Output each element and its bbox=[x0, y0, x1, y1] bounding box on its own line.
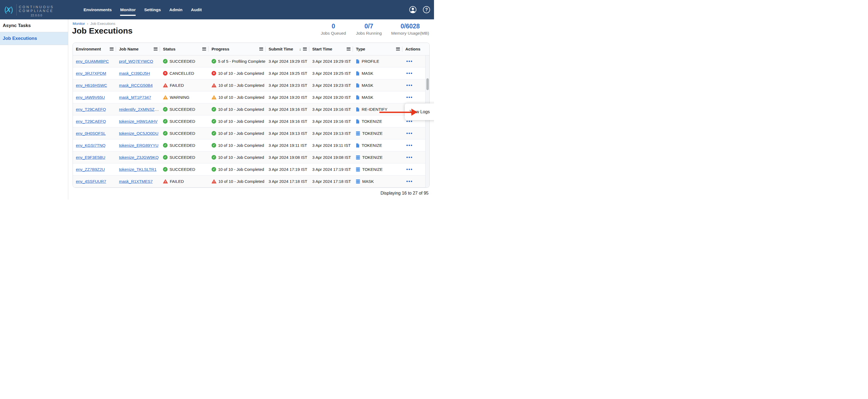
environment-link[interactable]: env_T29CAEFQ bbox=[76, 119, 106, 124]
brand: (X) CONTINUOUS COMPLIANCE 22.0.0.0 bbox=[0, 0, 54, 19]
environment-link[interactable]: env_ZZ7B9Z2U bbox=[76, 167, 105, 172]
sidebar-item-job-executions[interactable]: Job Executions bbox=[0, 32, 68, 45]
job-name-link[interactable]: mask_MT1P7347 bbox=[119, 95, 151, 100]
job-name-link[interactable]: mask_RCCG50B4 bbox=[119, 83, 153, 88]
progress-text: 10 of 10 - Job Completed bbox=[218, 167, 264, 172]
row-actions-button[interactable] bbox=[405, 95, 413, 100]
row-actions-button[interactable] bbox=[405, 131, 413, 135]
delphix-logo-icon: (X) bbox=[2, 5, 15, 14]
job-name-link[interactable]: tokenize_ERG89YYU bbox=[119, 143, 158, 148]
row-actions-button[interactable] bbox=[405, 71, 413, 75]
row-actions-button[interactable] bbox=[405, 155, 413, 160]
truncation-ellipsis: … bbox=[155, 107, 159, 112]
vertical-scrollbar[interactable] bbox=[425, 55, 429, 187]
row-actions-button[interactable] bbox=[405, 143, 413, 148]
environment-link[interactable]: env_GUAMMBPC bbox=[76, 59, 109, 64]
row-actions-button[interactable] bbox=[405, 179, 413, 184]
environment-link[interactable]: env_0H0SOFSL bbox=[76, 131, 105, 135]
stat-label: Jobs Running bbox=[356, 31, 382, 36]
environment-cell: env_T29CAEFQ bbox=[73, 116, 116, 127]
nav-item-settings[interactable]: Settings bbox=[144, 6, 161, 13]
progress-text: 10 of 10 - Job Completed bbox=[218, 131, 264, 135]
sidebar-item-async-tasks[interactable]: Async Tasks bbox=[0, 19, 68, 32]
environment-link[interactable]: env_T29CAEFQ bbox=[76, 107, 106, 112]
job-name-link[interactable]: tokenize_TKLSLTR1 bbox=[119, 167, 156, 172]
breadcrumb-monitor-link[interactable]: Monitor bbox=[72, 22, 85, 26]
progress-cell: 10 of 10 - Job Completed bbox=[209, 91, 266, 103]
column-header-status: Status bbox=[160, 43, 209, 55]
environment-link[interactable]: env_KGSI7TNQ bbox=[76, 143, 105, 148]
column-menu-icon[interactable] bbox=[347, 48, 350, 51]
start-time-cell: 3 Apr 2024 19:16 IST bbox=[309, 103, 353, 115]
progress-text: 10 of 10 - Job Completed bbox=[218, 71, 264, 75]
status-text: SUCCEEDED bbox=[169, 143, 195, 148]
submit-time-cell: 3 Apr 2024 19:16 IST bbox=[266, 116, 309, 127]
status-text: SUCCEEDED bbox=[169, 107, 195, 112]
type-label: TOKENIZE bbox=[362, 167, 383, 172]
status-text: FAILED bbox=[170, 179, 184, 184]
view-logs-menu-item[interactable]: View Logs bbox=[405, 110, 434, 114]
stat-jobs-running: 0/7Jobs Running bbox=[356, 23, 382, 36]
status-text: SUCCEEDED bbox=[169, 119, 195, 124]
column-menu-icon[interactable] bbox=[259, 48, 263, 51]
job-name-link[interactable]: reidentify_2XMNSZ bbox=[119, 107, 154, 112]
table-row: env_0H0SOFSLtokenize_OC5JO0DU✓SUCCEEDED✓… bbox=[73, 127, 429, 140]
environment-link[interactable]: env_E9F3E5BU bbox=[76, 155, 105, 160]
environment-cell: env_IAW9V65U bbox=[73, 91, 116, 103]
job-name-link[interactable]: tokenize_Z3JGW9KQ bbox=[119, 155, 159, 160]
type-cell: MASK bbox=[353, 91, 402, 103]
submit-time-cell: 3 Apr 2024 19:20 IST bbox=[266, 91, 309, 103]
column-menu-icon[interactable] bbox=[202, 48, 206, 51]
brand-line-2: COMPLIANCE bbox=[19, 9, 54, 13]
submit-time-cell: 3 Apr 2024 19:25 IST bbox=[266, 67, 309, 79]
job-name-link[interactable]: prof_WQ7EYWCO bbox=[119, 59, 153, 64]
document-icon bbox=[356, 119, 360, 124]
row-actions-button[interactable] bbox=[405, 167, 413, 172]
job-name-cell: mask_CI39DJ5H bbox=[116, 67, 160, 79]
type-cell: MASK bbox=[353, 80, 402, 91]
status-text: SUCCEEDED bbox=[169, 59, 195, 64]
sidebar: Async TasksJob Executions bbox=[0, 19, 68, 200]
start-time-cell: 3 Apr 2024 19:25 IST bbox=[309, 67, 353, 79]
environment-cell: env_3RJ7XPDM bbox=[73, 67, 116, 79]
stat-value: 0/6028 bbox=[391, 23, 429, 30]
scrollbar-thumb[interactable] bbox=[426, 78, 429, 90]
job-name-cell: mask_RCCG50B4 bbox=[116, 80, 160, 91]
help-icon[interactable]: ? bbox=[423, 6, 430, 13]
status-text: FAILED bbox=[170, 83, 184, 88]
stat-jobs-queued: 0Jobs Queued bbox=[320, 23, 346, 36]
job-name-link[interactable]: mask_CI39DJ5H bbox=[119, 71, 150, 75]
type-cell: TOKENIZE bbox=[353, 140, 402, 151]
user-avatar-icon[interactable] bbox=[409, 6, 416, 13]
success-icon: ✓ bbox=[163, 167, 167, 172]
row-actions-button[interactable] bbox=[405, 59, 413, 64]
document-icon bbox=[356, 95, 360, 100]
start-time-cell: 3 Apr 2024 19:11 IST bbox=[309, 140, 353, 151]
nav-item-admin[interactable]: Admin bbox=[169, 6, 182, 13]
column-menu-icon[interactable] bbox=[303, 48, 307, 51]
success-icon: ✓ bbox=[212, 155, 216, 160]
nav-item-audit[interactable]: Audit bbox=[191, 6, 202, 13]
column-menu-icon[interactable] bbox=[110, 48, 114, 51]
environment-link[interactable]: env_4SSFUUR7 bbox=[76, 179, 106, 184]
job-name-cell: mask_R1XTMES7 bbox=[116, 176, 160, 187]
error-icon bbox=[212, 83, 216, 88]
row-actions-button[interactable] bbox=[405, 83, 413, 88]
sort-desc-icon[interactable]: ↓ bbox=[299, 47, 301, 51]
environment-link[interactable]: env_3RJ7XPDM bbox=[76, 71, 106, 75]
actions-cell bbox=[402, 163, 425, 175]
job-name-link[interactable]: tokenize_OC5JO0DU bbox=[119, 131, 158, 135]
nav-item-environments[interactable]: Environments bbox=[84, 6, 112, 13]
app-header: (X) CONTINUOUS COMPLIANCE 22.0.0.0 Envir… bbox=[0, 0, 434, 19]
success-icon: ✓ bbox=[163, 131, 167, 135]
svg-text:?: ? bbox=[425, 7, 428, 12]
environment-link[interactable]: env_IAW9V65U bbox=[76, 95, 105, 100]
environment-link[interactable]: env_H616HSWC bbox=[76, 83, 107, 88]
job-name-link[interactable]: tokenize_H9W1AIHV bbox=[119, 119, 157, 124]
job-name-link[interactable]: mask_R1XTMES7 bbox=[119, 179, 153, 184]
nav-item-monitor[interactable]: Monitor bbox=[120, 6, 136, 13]
progress-text: 10 of 10 - Job Completed bbox=[218, 119, 264, 124]
table-row: env_3RJ7XPDMmask_CI39DJ5H✕CANCELLED✕10 o… bbox=[73, 67, 429, 80]
column-menu-icon[interactable] bbox=[396, 48, 400, 51]
column-menu-icon[interactable] bbox=[154, 48, 157, 51]
